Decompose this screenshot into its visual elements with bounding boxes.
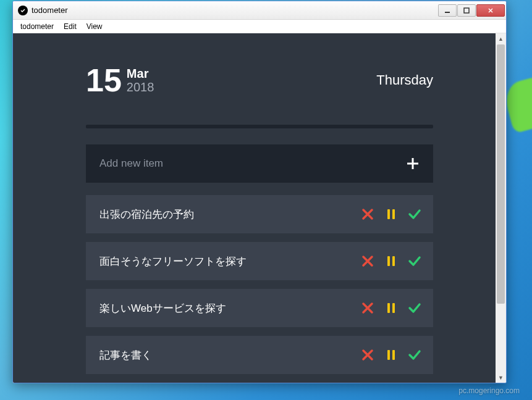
todo-actions: [360, 301, 422, 315]
pause-icon[interactable]: [384, 301, 399, 315]
svg-rect-3: [392, 209, 395, 219]
todo-actions: [360, 348, 422, 362]
delete-icon[interactable]: [360, 207, 375, 222]
menubar: todometer Edit View: [13, 20, 506, 33]
todo-actions: [360, 207, 422, 222]
menu-view[interactable]: View: [82, 21, 108, 32]
todo-item: 楽しいWebサービスを探す: [86, 289, 433, 327]
app-icon: [18, 6, 28, 15]
scrollbar[interactable]: ▲ ▼: [496, 33, 506, 383]
date-day: 15: [86, 64, 122, 96]
svg-rect-5: [392, 256, 395, 266]
todo-item: 面白そうなフリーソフトを探す: [86, 242, 433, 280]
delete-icon[interactable]: [360, 254, 375, 269]
svg-rect-8: [387, 350, 390, 360]
scroll-down-arrow[interactable]: ▼: [496, 372, 506, 383]
scrollbar-thumb[interactable]: [497, 44, 505, 304]
progress-bar: [86, 125, 433, 128]
titlebar[interactable]: todometer: [13, 1, 506, 20]
date-month: Mar: [127, 67, 154, 80]
date-weekday: Thursday: [376, 72, 433, 88]
svg-rect-6: [387, 303, 390, 313]
scroll-up-arrow[interactable]: ▲: [496, 33, 506, 44]
todo-actions: [360, 254, 422, 269]
menu-edit[interactable]: Edit: [59, 21, 82, 32]
plus-icon[interactable]: [406, 157, 420, 170]
menu-todometer[interactable]: todometer: [15, 21, 59, 32]
check-icon[interactable]: [407, 301, 422, 315]
maximize-button[interactable]: [457, 4, 476, 17]
check-icon[interactable]: [407, 348, 422, 362]
todo-item: 出張の宿泊先の予約: [86, 195, 433, 233]
pause-icon[interactable]: [384, 207, 399, 222]
todo-text: 面白そうなフリーソフトを探す: [99, 254, 360, 269]
svg-rect-2: [387, 209, 390, 219]
delete-icon[interactable]: [360, 301, 375, 315]
todo-text: 出張の宿泊先の予約: [99, 207, 360, 222]
pause-icon[interactable]: [384, 348, 399, 362]
minimize-button[interactable]: [438, 4, 457, 17]
check-icon[interactable]: [407, 207, 422, 222]
app-window: todometer todometer Edit View 15 Mar: [12, 1, 507, 383]
pause-icon[interactable]: [384, 254, 399, 269]
svg-rect-4: [387, 256, 390, 266]
add-item-row[interactable]: [86, 144, 433, 183]
add-item-input[interactable]: [99, 157, 406, 170]
svg-rect-9: [392, 350, 395, 360]
app-content: 15 Mar 2018 Thursday 出張の宿泊先の予約面白そうなフリーソフ…: [13, 33, 506, 383]
window-title: todometer: [32, 6, 438, 15]
date-year: 2018: [127, 80, 154, 94]
watermark: pc.mogeringo.com: [458, 386, 520, 395]
svg-rect-7: [392, 303, 395, 313]
svg-rect-0: [445, 12, 450, 13]
window-controls: [438, 4, 505, 17]
todo-list: 出張の宿泊先の予約面白そうなフリーソフトを探す楽しいWebサービスを探す記事を書…: [86, 195, 433, 374]
svg-rect-1: [464, 8, 469, 13]
date-header: 15 Mar 2018 Thursday: [86, 64, 433, 96]
todo-text: 記事を書く: [99, 348, 360, 362]
todo-text: 楽しいWebサービスを探す: [99, 301, 360, 315]
todo-item: 記事を書く: [86, 336, 433, 374]
delete-icon[interactable]: [360, 348, 375, 362]
check-icon[interactable]: [407, 254, 422, 269]
close-button[interactable]: [476, 4, 505, 17]
